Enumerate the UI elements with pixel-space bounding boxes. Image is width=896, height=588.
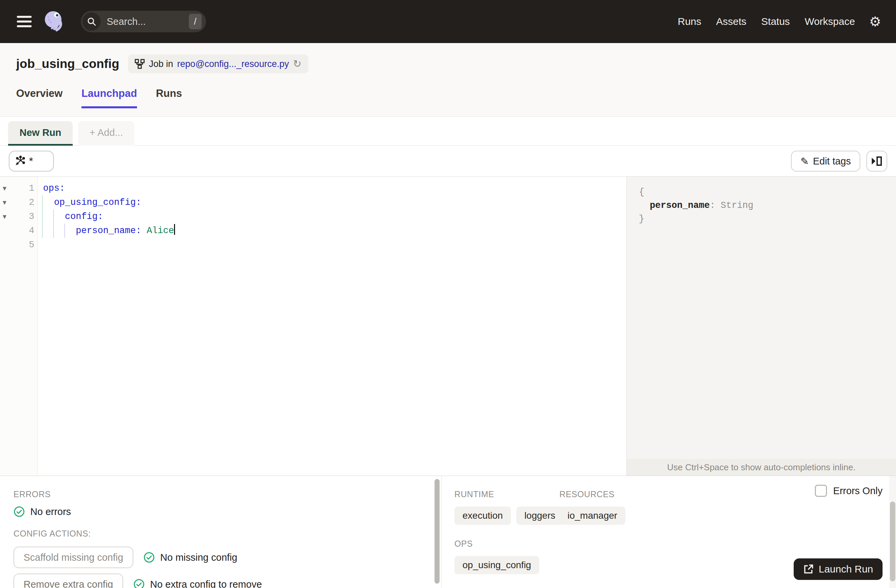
resources-chip-io-manager[interactable]: io_manager <box>559 507 625 525</box>
hamburger-menu-icon[interactable] <box>17 16 32 27</box>
yaml-line: op_using_config: <box>43 196 626 210</box>
pencil-icon: ✎ <box>800 155 809 167</box>
line-number: 1 <box>29 183 34 193</box>
job-repo-link[interactable]: repo@config..._resource.py <box>177 59 289 69</box>
edit-tags-label: Edit tags <box>813 156 851 167</box>
fold-arrow-icon[interactable] <box>3 210 11 224</box>
errors-label: ERRORS <box>14 489 434 499</box>
config-editor: 1 2 3 4 5 ops: op_using_config: config: … <box>0 176 626 476</box>
launchpad-toolbar: * ✎ Edit tags <box>0 146 896 176</box>
launchpad-bottom: ERRORS No errors CONFIG ACTIONS: Scaffol… <box>0 476 896 588</box>
no-missing-config-text: No missing config <box>160 552 237 563</box>
line-number: 5 <box>29 240 34 250</box>
errors-only-toggle[interactable]: Errors Only <box>815 485 882 497</box>
page-title: job_using_config <box>16 57 119 71</box>
navbar-links: Runs Assets Status Workspace <box>678 16 855 27</box>
scrollbar-thumb[interactable] <box>434 479 440 583</box>
search-shortcut-badge: / <box>189 14 202 29</box>
check-circle-icon <box>133 579 145 588</box>
check-circle-icon <box>143 552 155 563</box>
no-errors-text: No errors <box>30 506 71 517</box>
errors-only-label: Errors Only <box>833 485 882 497</box>
nav-link-status[interactable]: Status <box>761 16 790 27</box>
dagster-launchpad-page: Search... / Runs Assets Status Workspace… <box>0 0 896 588</box>
edit-tags-button[interactable]: ✎ Edit tags <box>791 151 860 172</box>
runtime-chip-execution[interactable]: execution <box>454 507 511 525</box>
tab-runs[interactable]: Runs <box>156 87 182 108</box>
panel-scrollbar[interactable] <box>434 476 441 588</box>
schema-brace-open: { <box>639 185 896 199</box>
launch-icon <box>803 564 814 574</box>
config-schema-panel: { person_name: String } Use Ctrl+Space t… <box>626 176 896 476</box>
no-extra-config-text: No extra config to remove <box>150 579 262 588</box>
line-number: 4 <box>29 226 34 236</box>
scaffold-missing-config-button[interactable]: Scaffold missing config <box>14 547 133 568</box>
top-navbar: Search... / Runs Assets Status Workspace… <box>0 0 896 43</box>
fold-arrow-icon[interactable] <box>3 181 11 196</box>
fold-arrow-icon[interactable] <box>3 196 11 210</box>
search-icon <box>82 12 101 30</box>
nav-link-assets[interactable]: Assets <box>716 16 747 27</box>
job-graph-icon <box>135 59 145 69</box>
tab-overview[interactable]: Overview <box>16 87 62 108</box>
job-origin-badge: Job in repo@config..._resource.py ↻ <box>128 55 308 73</box>
job-badge-prefix: Job in <box>149 59 173 69</box>
editor-gutter: 1 2 3 4 5 <box>0 176 38 476</box>
yaml-line: config: <box>43 210 626 224</box>
yaml-line: person_name: Alice <box>43 224 626 238</box>
yaml-editor-area[interactable]: ops: op_using_config: config: person_nam… <box>38 176 626 476</box>
config-actions-label: CONFIG ACTIONS: <box>14 529 434 539</box>
op-selector-value: * <box>29 155 33 167</box>
op-selector-icon <box>14 155 26 167</box>
session-tab-new-run[interactable]: New Run <box>8 121 73 146</box>
yaml-line: ops: <box>43 181 626 196</box>
nav-link-workspace[interactable]: Workspace <box>805 16 855 27</box>
schema-brace-close: } <box>639 212 896 226</box>
right-scrollbar[interactable] <box>889 476 896 588</box>
launch-run-label: Launch Run <box>818 564 873 575</box>
toggle-right-panel-button[interactable] <box>866 151 887 172</box>
search-placeholder: Search... <box>107 16 189 27</box>
ops-chip-op-using-config[interactable]: op_using_config <box>454 556 539 574</box>
yaml-line <box>43 238 626 252</box>
launchpad-main: 1 2 3 4 5 ops: op_using_config: config: … <box>0 176 896 476</box>
line-number: 3 <box>29 211 34 222</box>
job-header: job_using_config Job in repo@config..._r… <box>0 43 896 117</box>
launchpad-session-strip: New Run + Add... <box>0 117 896 146</box>
runtime-chip-loggers[interactable]: loggers <box>516 507 564 525</box>
errors-panel: ERRORS No errors CONFIG ACTIONS: Scaffol… <box>0 476 434 588</box>
errors-only-checkbox[interactable] <box>815 485 827 497</box>
resources-label: RESOURCES <box>559 489 625 499</box>
check-circle-icon <box>14 506 25 517</box>
runtime-label: RUNTIME <box>454 489 545 499</box>
session-tab-add[interactable]: + Add... <box>78 121 134 146</box>
reload-icon[interactable]: ↻ <box>293 59 301 69</box>
op-selector-input[interactable]: * <box>9 151 54 172</box>
nav-link-runs[interactable]: Runs <box>678 16 701 27</box>
remove-extra-config-button[interactable]: Remove extra config <box>14 574 123 588</box>
dagster-logo[interactable] <box>42 9 67 34</box>
tab-launchpad[interactable]: Launchpad <box>81 87 137 108</box>
scrollbar-thumb[interactable] <box>890 501 895 581</box>
launch-run-button[interactable]: Launch Run <box>794 558 882 580</box>
line-number: 2 <box>29 198 34 208</box>
split-panel-icon <box>871 156 882 166</box>
autocomplete-hint: Use Ctrl+Space to show auto-completions … <box>627 459 896 476</box>
search-input[interactable]: Search... / <box>81 11 206 32</box>
job-tabs: Overview Launchpad Runs <box>16 87 880 108</box>
ops-label: OPS <box>454 539 545 548</box>
schema-entry: person_name: String <box>639 199 896 212</box>
text-cursor <box>174 224 175 235</box>
gear-icon[interactable]: ⚙ <box>869 15 881 28</box>
